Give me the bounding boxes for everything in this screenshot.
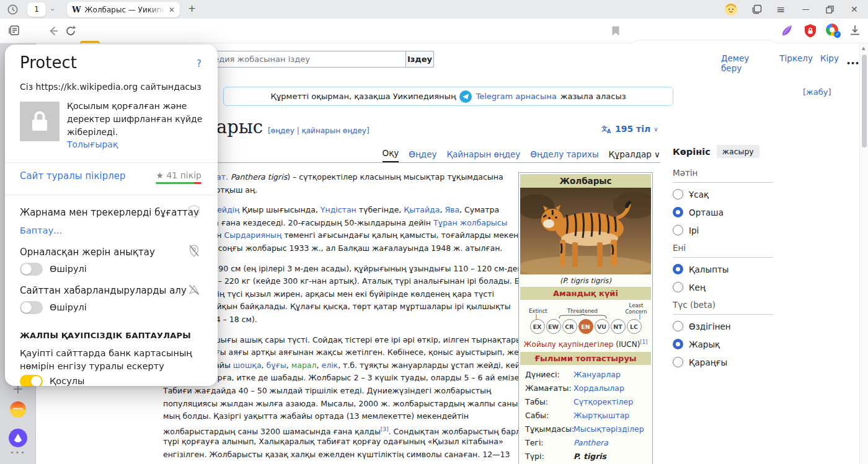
profile-avatar[interactable] [724, 0, 738, 19]
alice-assistant-icon[interactable] [9, 429, 27, 447]
article-link[interactable]: Қытайда [404, 205, 440, 214]
chrome-extension-icon[interactable]: ✓ [826, 24, 838, 36]
back-icon[interactable] [47, 25, 60, 37]
location-toggle[interactable] [20, 263, 43, 276]
highlighter-pen-icon[interactable] [780, 24, 794, 37]
article-link[interactable]: Сырдарияның [224, 230, 282, 240]
taxonomy-row: Тұқымдасы:Мысықтәрізділер [521, 422, 650, 436]
close-window-icon[interactable]: ✕ [851, 0, 858, 19]
status-header: Амандық күйі [520, 287, 651, 300]
radio-icon[interactable] [673, 264, 683, 274]
tab-counter[interactable]: 1 [27, 2, 46, 17]
article-tab[interactable]: Оқу [383, 148, 399, 162]
adblock-setup-link[interactable]: Баптау... [20, 225, 62, 235]
radio-option-Өздігінен[interactable]: Өздігінен [673, 317, 773, 335]
top-personal-links: Демеу беруТіркелуКіру ••• [721, 53, 859, 73]
menu-icon[interactable]: ≡ [776, 0, 785, 19]
active-tab[interactable]: W Жолбарыс — Уикипеди ✕ [67, 2, 180, 17]
radio-icon[interactable] [673, 207, 683, 217]
title-edit-links[interactable]: [өңдеу | қайнарын өңдеу] [268, 126, 370, 135]
panel-more-icon[interactable]: ••• [0, 449, 36, 457]
reload-icon[interactable] [64, 25, 77, 37]
page-scrollbar[interactable]: ▲ [859, 43, 868, 464]
taxonomy-value[interactable]: Хордалылар [574, 383, 624, 393]
article-text: , Суматра [459, 205, 499, 214]
bank-warning-toggle[interactable] [20, 375, 43, 386]
banner-close-link[interactable]: [жабу] [803, 87, 831, 97]
radio-option-Орташа[interactable]: Орташа [673, 203, 773, 221]
radio-option-Жарық[interactable]: Жарық [673, 335, 773, 353]
more-links-icon[interactable]: ••• [846, 59, 859, 68]
new-tab-button[interactable]: + [186, 4, 198, 15]
radio-label: Жарық [689, 339, 720, 349]
article-link[interactable]: шошқа [233, 361, 262, 370]
protect-shield-icon[interactable] [804, 24, 817, 38]
article-tab[interactable]: Құралдар ∨ [609, 149, 660, 162]
article-link[interactable]: [3] [381, 426, 389, 432]
article-link[interactable]: Үндістан [321, 205, 356, 214]
history-icon[interactable] [7, 4, 18, 15]
search-button[interactable]: Іздеу [405, 51, 434, 68]
taxonomy-value[interactable]: Panthera [574, 438, 608, 447]
radio-icon[interactable] [673, 189, 683, 199]
hide-appearance-button[interactable]: жасыру [717, 145, 760, 158]
article-text: , т.б. тұяқты жануарларды ұстап жейді, к… [338, 361, 530, 370]
sidebar-icon[interactable] [7, 24, 21, 37]
radio-option-Қалыпты[interactable]: Қалыпты [673, 260, 773, 278]
tab-strip: 1 ⌄ W Жолбарыс — Уикипеди ✕ + ≡ ✕ [0, 0, 868, 19]
article-link[interactable]: елік [321, 361, 338, 370]
close-tab-icon[interactable]: ✕ [169, 6, 175, 14]
yandex-mail-icon[interactable] [10, 401, 26, 418]
minimize-icon[interactable] [802, 0, 809, 19]
scroll-up-arrow[interactable]: ▲ [862, 46, 865, 51]
radio-icon[interactable] [673, 282, 683, 292]
radio-option-Кең[interactable]: Кең [673, 278, 773, 296]
taxonomy-value[interactable]: Мысықтәрізділер [574, 424, 644, 434]
top-link[interactable]: Демеу беру [721, 53, 772, 73]
radio-icon[interactable] [673, 357, 683, 367]
article-text: , [286, 361, 291, 370]
article-link[interactable]: Ява [445, 205, 459, 214]
telegram-link[interactable]: Telegram арнасына [476, 92, 556, 101]
notifications-off-icon [188, 284, 200, 296]
protect-help-link[interactable]: ? [197, 58, 202, 69]
taxonomy-row: Табы:Сүтқоректілер [521, 395, 650, 408]
article-link[interactable]: марал [291, 361, 317, 370]
bookmark-icon[interactable] [611, 25, 621, 37]
connection-lock-icon [20, 102, 60, 141]
status-link[interactable]: Жойылу қаупіндегілер [524, 340, 614, 349]
article-tab[interactable]: Өңделу тарихы [530, 149, 598, 162]
article-tab[interactable]: Өңдеу [409, 149, 436, 162]
side-panels-icon[interactable] [751, 0, 763, 19]
radio-option-Ұсақ[interactable]: Ұсақ [673, 185, 773, 203]
taxonomy-value[interactable]: Жануарлар [574, 370, 621, 379]
scrollbar-thumb[interactable] [862, 55, 867, 147]
article-link[interactable]: Тұран жолбарысы [433, 218, 508, 227]
secure-connection-text: Қосылым қорғалған және деректер шифрланғ… [67, 100, 207, 139]
taxonomy-row: Сабы:Жыртқыштар [521, 408, 650, 422]
top-link[interactable]: Тіркелу [779, 53, 813, 73]
article-tab[interactable]: Қайнарын өңдеу [446, 149, 520, 162]
taxonomy-row: Түрі:P. tigris [521, 449, 650, 463]
article-text: жолбарыстардың саны 3200 шамасында ғана … [163, 427, 381, 436]
radio-option-Ірі[interactable]: Ірі [673, 221, 773, 239]
notifications-state: Өшірулі [50, 302, 87, 312]
notifications-toggle[interactable] [20, 301, 43, 314]
language-selector[interactable]: 文A 195 тіл∨ [601, 124, 658, 134]
article-text: өткір, алдыңғы аяғы артқы аяғынан жақсы … [163, 348, 528, 357]
radio-icon[interactable] [673, 225, 683, 235]
more-details-link[interactable]: Толығырақ [67, 139, 118, 149]
radio-icon[interactable] [673, 321, 683, 331]
taxonomy-value[interactable]: Сүтқоректілер [574, 397, 633, 406]
download-icon[interactable] [849, 24, 861, 37]
radio-icon[interactable] [673, 339, 683, 349]
maximize-icon[interactable] [826, 0, 834, 19]
site-reviews-link[interactable]: Сайт туралы пікірлер [20, 170, 126, 182]
tab-list-chevron-icon[interactable]: ⌄ [50, 4, 55, 12]
article-link[interactable]: бұғы [267, 361, 286, 370]
translate-icon: 文A [601, 125, 612, 134]
radio-option-Қараңғы[interactable]: Қараңғы [673, 353, 773, 371]
classification-header: Ғылыми топтастыруы [520, 352, 651, 365]
top-link[interactable]: Кіру [820, 53, 839, 73]
taxonomy-value[interactable]: Жыртқыштар [574, 411, 629, 420]
